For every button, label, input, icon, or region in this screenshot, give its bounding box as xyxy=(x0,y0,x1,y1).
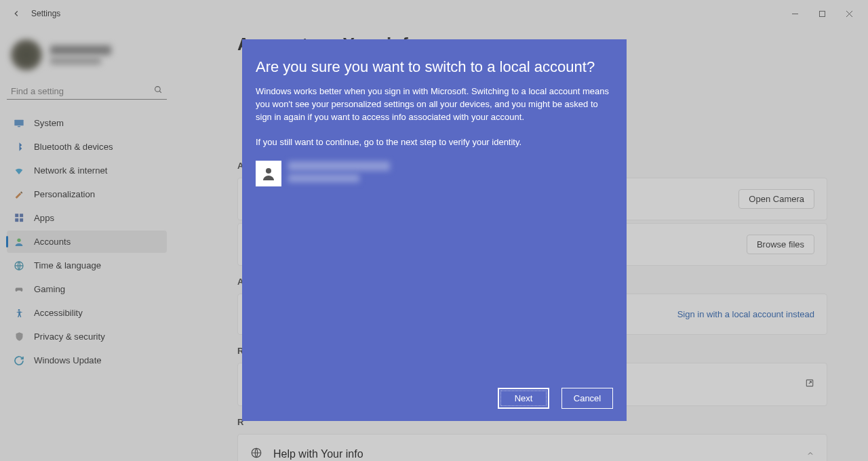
dialog-account-redacted xyxy=(288,161,390,182)
cancel-button[interactable]: Cancel xyxy=(561,388,613,409)
switch-local-account-dialog: Are you sure you want to switch to a loc… xyxy=(242,39,627,421)
dialog-account-avatar xyxy=(256,161,281,186)
dialog-account-row xyxy=(256,161,613,186)
dialog-buttons: Next Cancel xyxy=(256,388,613,409)
svg-point-17 xyxy=(266,168,271,174)
dialog-paragraph-2: If you still want to continue, go to the… xyxy=(256,136,613,149)
dialog-title: Are you sure you want to switch to a loc… xyxy=(256,58,613,76)
dialog-body: Windows works better when you sign in wi… xyxy=(256,85,613,186)
next-button[interactable]: Next xyxy=(498,388,549,409)
dialog-paragraph-1: Windows works better when you sign in wi… xyxy=(256,85,613,124)
